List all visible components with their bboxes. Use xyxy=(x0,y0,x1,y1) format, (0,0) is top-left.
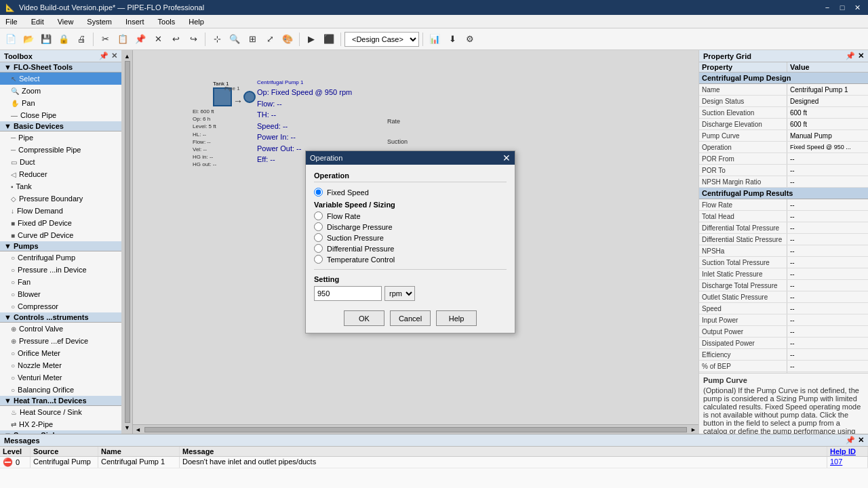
toolbar-run[interactable]: ▶ xyxy=(303,31,319,47)
tool-fixed-dp[interactable]: ■Fixed dP Device xyxy=(0,217,121,229)
prop-row-pump-curve[interactable]: Pump Curve Manual Pump xyxy=(699,130,868,142)
toolbar-redo[interactable]: ↪ xyxy=(185,31,201,47)
setting-value-input[interactable] xyxy=(314,286,382,301)
prop-row-suction-elev[interactable]: Suction Elevation 600 ft xyxy=(699,107,868,119)
flow-rate-input[interactable] xyxy=(314,211,323,220)
toolbar-select[interactable]: ⊹ xyxy=(209,31,225,47)
prop-row-pct-bep[interactable]: % of BEP -- xyxy=(699,361,868,372)
prop-row-name[interactable]: Name Centrifugal Pump 1 xyxy=(699,84,868,96)
dialog-close-button[interactable]: ✕ xyxy=(502,153,511,163)
toolbar-settings[interactable]: ⚙ xyxy=(462,31,478,47)
toolbar-fit[interactable]: ⤢ xyxy=(262,31,278,47)
toolbar-stop[interactable]: ⬛ xyxy=(321,31,337,47)
toolbar-color[interactable]: 🎨 xyxy=(279,31,296,47)
prop-row-npsha[interactable]: NPSHa -- xyxy=(699,245,868,257)
fixed-speed-radio[interactable]: Fixed Speed xyxy=(314,188,507,197)
differential-pressure-radio[interactable]: Differential Pressure xyxy=(314,244,507,253)
prop-row-discharge-total[interactable]: Discharge Total Pressure -- xyxy=(699,280,868,291)
discharge-pressure-radio[interactable]: Discharge Pressure xyxy=(314,222,507,231)
tool-pressure-ef[interactable]: ⊕Pressure ...ef Device xyxy=(0,335,121,347)
toolbar-cut[interactable]: ✂ xyxy=(97,31,113,47)
minimize-button[interactable]: − xyxy=(822,3,833,12)
tool-orifice-meter[interactable]: ○Orifice Meter xyxy=(0,347,121,359)
prop-row-diff-total-pressure[interactable]: Differential Total Pressure -- xyxy=(699,222,868,234)
toolbar-export[interactable]: ⬇ xyxy=(444,31,460,47)
close-button[interactable]: ✕ xyxy=(852,3,863,12)
toolbar-grid[interactable]: ⊞ xyxy=(244,31,260,47)
tool-zoom[interactable]: 🔍Zoom xyxy=(0,85,121,97)
ok-button[interactable]: OK xyxy=(344,310,384,326)
prop-row-speed[interactable]: Speed -- xyxy=(699,303,868,314)
menu-tools[interactable]: Tools xyxy=(155,18,178,26)
toolbar-open[interactable]: 📂 xyxy=(20,31,37,47)
section-source-sink[interactable]: ▼ Source Sink xyxy=(0,430,121,434)
prop-row-suction-total[interactable]: Suction Total Pressure -- xyxy=(699,257,868,268)
tool-blower[interactable]: ○Blower xyxy=(0,288,121,300)
temperature-control-input[interactable] xyxy=(314,255,323,264)
toolbar-lock[interactable]: 🔒 xyxy=(56,31,72,47)
tool-pressure-boundary[interactable]: ◇Pressure Boundary xyxy=(0,192,121,205)
toolbox-pin-icon[interactable]: 📌 xyxy=(99,52,108,60)
tool-compressor[interactable]: ○Compressor xyxy=(0,300,121,312)
toolbar-copy[interactable]: 📋 xyxy=(115,31,131,47)
prop-row-inlet-static[interactable]: Inlet Static Pressure -- xyxy=(699,268,868,280)
toolbox-close-icon[interactable]: ✕ xyxy=(111,52,117,60)
toolbar-undo[interactable]: ↩ xyxy=(167,31,184,47)
toolbar-delete[interactable]: ✕ xyxy=(150,31,166,47)
tool-balancing-orifice[interactable]: ○Balancing Orifice xyxy=(0,384,121,396)
tool-centrifugal-pump[interactable]: ○Centrifugal Pump xyxy=(0,251,121,264)
temperature-control-radio[interactable]: Temperature Control xyxy=(314,255,507,264)
canvas-area[interactable]: ▲ ▼ Tank 1 El: 600 ftOp: 6 hLevel: 5 ftH… xyxy=(122,50,698,434)
menu-view[interactable]: View xyxy=(55,18,77,26)
toolbar-zoom[interactable]: 🔍 xyxy=(226,31,243,47)
section-flo-sheet-tools[interactable]: ▼ FLO-Sheet Tools xyxy=(0,62,121,73)
tool-nozzle-meter[interactable]: ○Nozzle Meter xyxy=(0,359,121,371)
tool-pan[interactable]: ✋Pan xyxy=(0,97,121,109)
tool-tank[interactable]: ▪Tank xyxy=(0,180,121,192)
msg-helpid-cell[interactable]: 107 xyxy=(827,457,868,468)
section-heat-transfer[interactable]: ▼ Heat Tran...t Devices xyxy=(0,396,121,406)
prop-row-por-from[interactable]: POR From -- xyxy=(699,153,868,165)
design-case-dropdown[interactable]: <Design Case> xyxy=(344,32,419,47)
prop-row-design-status[interactable]: Design Status Designed xyxy=(699,96,868,107)
suction-pressure-input[interactable] xyxy=(314,233,323,242)
prop-row-total-head[interactable]: Total Head -- xyxy=(699,211,868,222)
toolbar-paste[interactable]: 📌 xyxy=(132,31,149,47)
discharge-pressure-input[interactable] xyxy=(314,222,323,231)
messages-close-icon[interactable]: ✕ xyxy=(858,436,864,445)
toolbar-report[interactable]: 📊 xyxy=(427,31,443,47)
tool-flow-demand[interactable]: ↓Flow Demand xyxy=(0,205,121,217)
messages-pin-icon[interactable]: 📌 xyxy=(846,436,855,445)
tool-close-pipe[interactable]: —Close Pipe xyxy=(0,109,121,121)
property-close-icon[interactable]: ✕ xyxy=(858,52,864,60)
prop-row-flow-rate[interactable]: Flow Rate -- xyxy=(699,199,868,211)
prop-row-discharge-elev[interactable]: Discharge Elevation 600 ft xyxy=(699,119,868,130)
suction-pressure-radio[interactable]: Suction Pressure xyxy=(314,233,507,242)
tool-reducer[interactable]: ◁Reducer xyxy=(0,168,121,180)
tool-venturi-meter[interactable]: ○Venturi Meter xyxy=(0,371,121,384)
toolbar-save[interactable]: 💾 xyxy=(38,31,54,47)
menu-system[interactable]: System xyxy=(84,18,115,26)
tool-curve-dp[interactable]: ■Curve dP Device xyxy=(0,229,121,241)
fixed-speed-input[interactable] xyxy=(314,188,323,197)
prop-row-input-power[interactable]: Input Power -- xyxy=(699,314,868,326)
menu-help[interactable]: Help xyxy=(186,18,207,26)
tool-select[interactable]: ↖Select xyxy=(0,73,121,85)
toolbar-new[interactable]: 📄 xyxy=(3,31,19,47)
toolbar-print[interactable]: 🖨 xyxy=(73,31,90,47)
prop-row-operation[interactable]: Operation Fixed Speed @ 950 ... xyxy=(699,142,868,153)
menu-file[interactable]: File xyxy=(3,18,20,26)
menu-insert[interactable]: Insert xyxy=(123,18,147,26)
prop-row-dissipated-power[interactable]: Dissipated Power -- xyxy=(699,338,868,349)
tool-hx-2pipe[interactable]: ⇄HX 2-Pipe xyxy=(0,418,121,430)
prop-row-efficiency[interactable]: Efficiency -- xyxy=(699,349,868,361)
restore-button[interactable]: □ xyxy=(837,3,848,12)
help-button[interactable]: Help xyxy=(436,310,477,326)
tool-control-valve[interactable]: ⊕Control Valve xyxy=(0,323,121,335)
prop-row-output-power[interactable]: Output Power -- xyxy=(699,326,868,338)
tool-compressible-pipe[interactable]: ─Compressible Pipe xyxy=(0,144,121,156)
prop-row-por-to[interactable]: POR To -- xyxy=(699,165,868,176)
property-pin-icon[interactable]: 📌 xyxy=(846,52,855,60)
setting-unit-select[interactable]: rpm Hz xyxy=(384,286,415,301)
flow-rate-radio[interactable]: Flow Rate xyxy=(314,211,507,220)
